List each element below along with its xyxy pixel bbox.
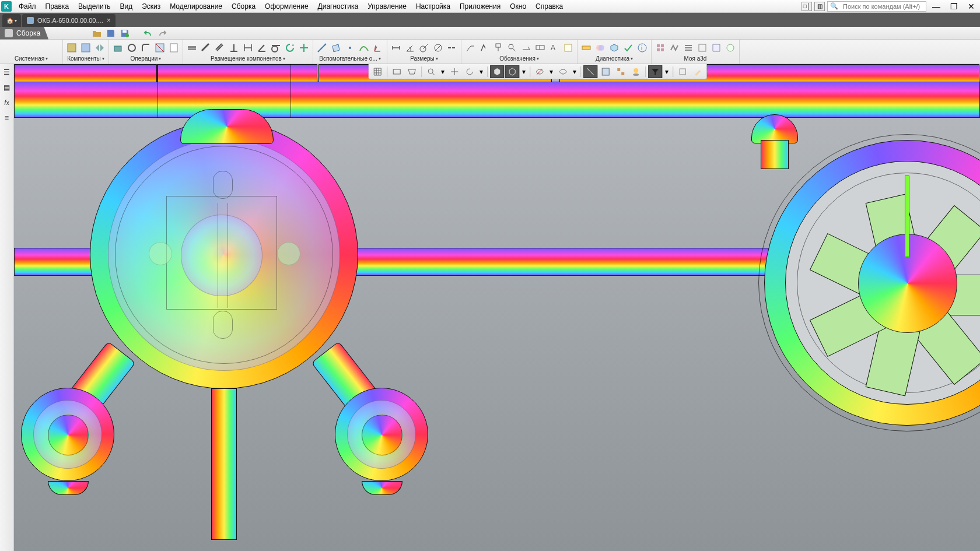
document-tab[interactable]: ОКБ.А-650.00.00.00.... × [22,14,116,27]
filter-dropdown[interactable]: ▾ [663,65,670,78]
command-search-input[interactable] [841,3,926,10]
surface-finish-button[interactable] [478,41,491,54]
custom3-button[interactable] [682,41,695,54]
mode-indicator[interactable]: Сборка [0,27,48,40]
measure-distance-button[interactable] [580,41,593,54]
custom4-button[interactable] [696,41,709,54]
end-edit-button[interactable] [676,65,690,78]
undo-button[interactable] [142,27,155,39]
note-button[interactable] [562,41,575,54]
weld-button[interactable] [520,41,533,54]
menu-diagnostics[interactable]: Диагностика [313,1,363,12]
axis-button[interactable] [316,41,328,54]
home-tab[interactable]: 🏠 ▾ [2,14,21,27]
menu-modeling[interactable]: Моделирование [165,1,227,12]
rotate-button[interactable] [284,41,296,54]
grid-button[interactable] [370,65,384,78]
angle-button[interactable] [256,41,268,54]
pan-button[interactable] [447,65,461,78]
check-button[interactable] [622,41,635,54]
window-maximize[interactable]: ❐ [946,1,961,12]
add-component-button[interactable] [65,41,78,54]
color-scheme-button[interactable] [583,65,597,78]
viewport[interactable] [14,64,980,551]
shadows-button[interactable] [629,65,643,78]
menu-file[interactable]: Файл [14,1,41,12]
mass-props-button[interactable] [608,41,621,54]
display-dropdown[interactable]: ▾ [520,65,527,78]
zoom-button[interactable] [424,65,438,78]
ortho-button[interactable] [390,65,404,78]
create-part-button[interactable] [79,41,92,54]
chain-dim-button[interactable] [446,41,459,54]
show-button[interactable] [556,65,570,78]
rotate-dropdown[interactable]: ▾ [478,65,485,78]
balloon-button[interactable] [506,41,519,54]
panel-icon[interactable]: ▥ [814,2,825,11]
text-button[interactable]: A [548,41,561,54]
info-button[interactable]: i [636,41,649,54]
linear-dim-button[interactable] [390,41,402,54]
fillet-button[interactable] [139,41,152,54]
show-dropdown[interactable]: ▾ [571,65,578,78]
custom6-button[interactable] [724,41,737,54]
menu-sketch[interactable]: Эскиз [137,1,165,12]
datum-button[interactable] [492,41,505,54]
variables-button[interactable]: fx [1,97,13,108]
menu-management[interactable]: Управление [363,1,411,12]
shaded-button[interactable] [490,65,504,78]
distance-button[interactable] [242,41,254,54]
mirror-component-button[interactable] [93,41,106,54]
radius-dim-button[interactable] [418,41,430,54]
menu-view[interactable]: Вид [115,1,137,12]
rotate-view-button[interactable] [463,65,477,78]
filter-button[interactable] [648,65,662,78]
custom2-button[interactable] [668,41,681,54]
custom5-button[interactable] [710,41,723,54]
section-button[interactable] [153,41,166,54]
perpendicular-button[interactable] [228,41,240,54]
split-view-icon[interactable]: □│ [802,2,812,11]
window-minimize[interactable]: — [929,1,944,12]
drawing-button[interactable] [167,41,180,54]
redo-button[interactable] [156,27,169,39]
open-button[interactable] [90,27,103,39]
save-as-button[interactable] [118,27,131,39]
hide-button[interactable] [533,65,547,78]
document-tab-close[interactable]: × [107,16,111,24]
csys-button[interactable] [372,41,384,54]
hole-button[interactable] [125,41,138,54]
menu-help[interactable]: Справка [531,1,568,12]
save-button[interactable] [104,27,117,39]
interference-button[interactable] [594,41,607,54]
section-view-button[interactable] [598,65,612,78]
tree-toggle-button[interactable]: ☰ [1,66,13,78]
window-close[interactable]: ✕ [964,1,979,12]
move-button[interactable] [298,41,310,54]
mate-button[interactable] [200,41,212,54]
zoom-dropdown[interactable]: ▾ [439,65,446,78]
curve-button[interactable] [358,41,370,54]
extrude-button[interactable] [111,41,124,54]
tangent-button[interactable] [270,41,282,54]
coincident-button[interactable] [186,41,198,54]
layers-button[interactable]: ≡ [1,112,13,124]
hide-dropdown[interactable]: ▾ [548,65,555,78]
menu-edit[interactable]: Правка [41,1,74,12]
custom1-button[interactable] [654,41,667,54]
properties-button[interactable]: ▤ [1,82,13,93]
point-button[interactable] [344,41,356,54]
menu-apps[interactable]: Приложения [455,1,505,12]
wireframe-button[interactable] [505,65,519,78]
diameter-dim-button[interactable] [432,41,444,54]
angular-dim-button[interactable] [404,41,416,54]
menu-settings[interactable]: Настройка [411,1,455,12]
highlight-button[interactable] [691,65,705,78]
leader-button[interactable] [464,41,477,54]
menu-drafting[interactable]: Оформление [260,1,313,12]
perspective-button[interactable] [405,65,419,78]
command-search[interactable]: 🔍 [827,1,926,12]
parallel-button[interactable] [214,41,226,54]
plane-button[interactable] [330,41,342,54]
exploded-button[interactable] [614,65,628,78]
